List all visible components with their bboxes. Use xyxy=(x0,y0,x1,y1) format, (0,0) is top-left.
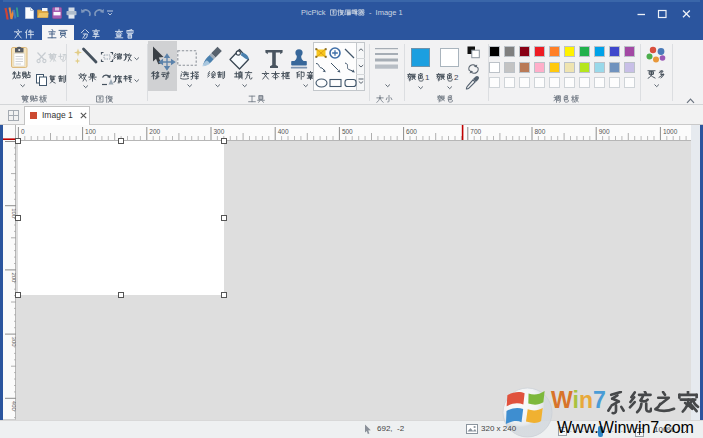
svg-text:600: 600 xyxy=(406,128,417,135)
svg-text:500: 500 xyxy=(342,128,353,135)
svg-text:300: 300 xyxy=(214,128,225,135)
svg-text:1000: 1000 xyxy=(663,128,678,135)
svg-text:700: 700 xyxy=(470,128,481,135)
svg-text:900: 900 xyxy=(599,128,610,135)
svg-text:0: 0 xyxy=(21,128,25,135)
svg-text:800: 800 xyxy=(535,128,546,135)
svg-text:400: 400 xyxy=(278,128,289,135)
svg-text:200: 200 xyxy=(149,128,160,135)
svg-text:100: 100 xyxy=(85,128,96,135)
